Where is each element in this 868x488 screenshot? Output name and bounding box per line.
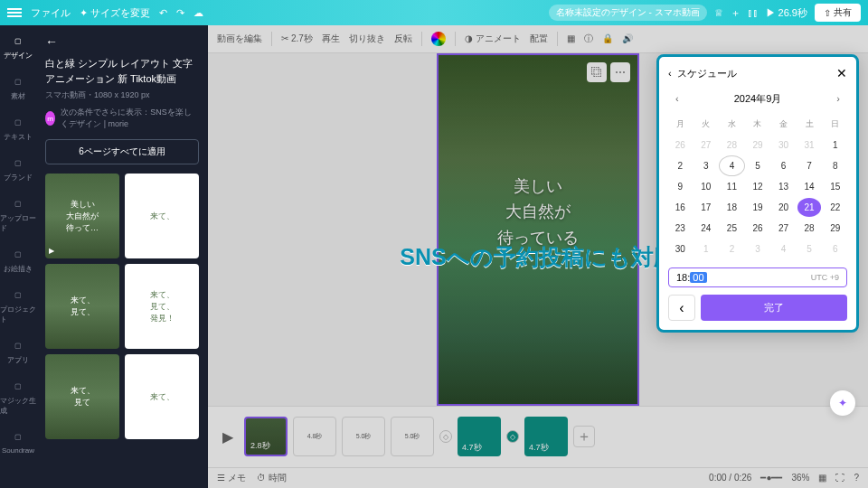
template-thumb[interactable]: 来て、 xyxy=(125,354,199,439)
chart-icon[interactable]: ⫿⫿ xyxy=(748,7,759,18)
trim-button[interactable]: ✂ 2.7秒 xyxy=(281,33,313,45)
calendar-day[interactable]: 10 xyxy=(694,177,719,196)
share-button[interactable]: ⇧ 共有 xyxy=(815,4,861,22)
timeline-clip[interactable]: 5.0秒 xyxy=(342,417,385,456)
timeline-clip[interactable]: 2.8秒 xyxy=(244,417,288,456)
duration-toggle[interactable]: ⏱ 時間 xyxy=(257,472,287,484)
crop-button[interactable]: 切り抜き xyxy=(349,33,385,45)
template-thumb[interactable]: 来て、見て、 xyxy=(45,264,119,349)
prev-month-icon[interactable]: ‹ xyxy=(672,89,683,108)
redo-icon[interactable]: ↷ xyxy=(176,7,184,19)
calendar-day[interactable]: 28 xyxy=(797,219,822,238)
playback-button[interactable]: 再生 xyxy=(322,33,340,45)
apply-all-button[interactable]: 6ページすべてに適用 xyxy=(45,139,199,164)
crown-icon[interactable]: ♕ xyxy=(714,7,723,19)
calendar-day[interactable]: 27 xyxy=(694,136,719,155)
calendar-day[interactable]: 3 xyxy=(746,239,770,258)
edit-video-button[interactable]: 動画を編集 xyxy=(217,33,262,45)
calendar-day[interactable]: 4 xyxy=(720,156,744,175)
rail-item-brand[interactable]: ▢ブランド xyxy=(4,155,33,183)
calendar-day[interactable]: 23 xyxy=(668,219,693,238)
calendar-day[interactable]: 1 xyxy=(823,136,847,155)
position-button[interactable]: 配置 xyxy=(530,33,548,45)
done-button[interactable]: 完了 xyxy=(701,295,847,321)
color-picker-icon[interactable] xyxy=(431,32,446,46)
transparency-icon[interactable]: ▦ xyxy=(567,33,575,43)
timeline-clip[interactable]: 4.8秒 xyxy=(293,417,336,456)
calendar-day[interactable]: 17 xyxy=(694,198,719,217)
template-thumb[interactable]: 来て、見て、発見！ xyxy=(125,264,199,349)
calendar-day[interactable]: 12 xyxy=(746,177,770,196)
calendar-day[interactable]: 16 xyxy=(668,198,693,217)
next-month-icon[interactable]: › xyxy=(833,89,844,108)
plus-icon[interactable]: ＋ xyxy=(731,6,741,20)
doc-title[interactable]: 名称未設定のデザイン - スマホ動画 xyxy=(549,5,707,21)
file-menu[interactable]: ファイル xyxy=(31,6,71,20)
animate-button[interactable]: ◑ アニメート xyxy=(465,33,521,45)
calendar-day[interactable]: 18 xyxy=(720,198,744,217)
calendar-day[interactable]: 3 xyxy=(694,156,719,175)
video-frame[interactable]: ⿻ ⋯ 美しい 大自然が 待っている xyxy=(437,53,639,406)
timeline-clip[interactable]: 5.0秒 xyxy=(391,417,434,456)
calendar-day[interactable]: 5 xyxy=(797,239,822,258)
calendar-day[interactable]: 27 xyxy=(771,219,796,238)
rail-item-text[interactable]: ▢テキスト xyxy=(4,114,33,142)
rail-item-folder[interactable]: ▢プロジェクト xyxy=(0,286,36,324)
template-thumb[interactable]: 来て、見て xyxy=(45,354,119,439)
calendar-day[interactable]: 30 xyxy=(771,136,796,155)
scheduler-back-button[interactable]: ‹ xyxy=(668,295,695,321)
calendar-day[interactable]: 25 xyxy=(720,219,744,238)
video-text[interactable]: 美しい 大自然が 待っている xyxy=(497,173,579,250)
calendar-day[interactable]: 31 xyxy=(797,136,822,155)
hamburger-icon[interactable] xyxy=(7,8,22,17)
template-thumb[interactable]: 来て、 xyxy=(125,174,199,258)
calendar-day[interactable]: 19 xyxy=(746,198,770,217)
calendar-day[interactable]: 6 xyxy=(823,239,847,258)
fullscreen-icon[interactable]: ⛶ xyxy=(835,473,844,483)
calendar-day[interactable]: 8 xyxy=(823,156,847,175)
grid-view-icon[interactable]: ▦ xyxy=(818,473,826,483)
calendar-day[interactable]: 28 xyxy=(720,136,744,155)
calendar-day[interactable]: 2 xyxy=(668,156,693,175)
calendar-day[interactable]: 20 xyxy=(771,198,796,217)
calendar-day[interactable]: 5 xyxy=(746,156,770,175)
close-icon[interactable]: ✕ xyxy=(836,66,847,80)
timeline-clip[interactable]: 4.7秒 xyxy=(524,417,568,456)
lock-icon[interactable]: 🔒 xyxy=(602,33,613,43)
calendar-day[interactable]: 9 xyxy=(668,177,693,196)
template-author[interactable]: m 次の条件でさらに表示：SNSを楽しくデザイン | morie xyxy=(45,107,199,130)
rail-item-magic[interactable]: ▢マジック生成 xyxy=(0,378,36,416)
timeline-play-icon[interactable]: ▶ xyxy=(217,426,239,447)
calendar-day[interactable]: 22 xyxy=(823,198,847,217)
help-icon[interactable]: ? xyxy=(854,473,859,483)
template-thumb[interactable]: 美しい大自然が待って…▶ xyxy=(45,174,119,258)
calendar-day[interactable]: 29 xyxy=(823,219,847,238)
rail-item-draw[interactable]: ▢お絵描き xyxy=(4,246,33,274)
calendar-day[interactable]: 2 xyxy=(720,239,744,258)
play-all-icon[interactable]: ▶ 26.9秒 xyxy=(766,6,807,20)
calendar-day[interactable]: 1 xyxy=(694,239,719,258)
memo-button[interactable]: ☰ メモ xyxy=(217,472,246,484)
rail-item-shapes[interactable]: ▢素材 xyxy=(10,73,26,101)
calendar-day[interactable]: 26 xyxy=(668,136,693,155)
zoom-slider[interactable]: ━●━━ xyxy=(760,473,782,483)
calendar-day[interactable]: 6 xyxy=(771,156,796,175)
undo-icon[interactable]: ↶ xyxy=(159,7,167,19)
calendar-day[interactable]: 29 xyxy=(746,136,770,155)
magic-fab-icon[interactable]: ✦ xyxy=(830,390,855,416)
flip-button[interactable]: 反転 xyxy=(394,33,412,45)
resize-menu[interactable]: ✦ サイズを変更 xyxy=(80,6,150,20)
rail-item-apps[interactable]: ▢アプリ xyxy=(7,337,29,365)
rail-item-upload[interactable]: ▢アップロード xyxy=(0,195,36,233)
more-icon[interactable]: ⋯ xyxy=(610,62,630,82)
calendar-day[interactable]: 30 xyxy=(668,239,693,258)
calendar-day[interactable]: 26 xyxy=(746,219,770,238)
rail-item-layout[interactable]: ▢デザイン xyxy=(4,33,33,61)
calendar-day[interactable]: 13 xyxy=(771,177,796,196)
rail-item-music[interactable]: ▢Soundraw xyxy=(2,428,34,455)
timeline-clip[interactable]: 4.7秒 xyxy=(458,417,501,456)
calendar-day[interactable]: 24 xyxy=(694,219,719,238)
duplicate-icon[interactable]: ⿻ xyxy=(587,62,607,82)
transition-icon[interactable]: ◇ xyxy=(439,430,452,443)
volume-icon[interactable]: 🔊 xyxy=(622,33,633,43)
